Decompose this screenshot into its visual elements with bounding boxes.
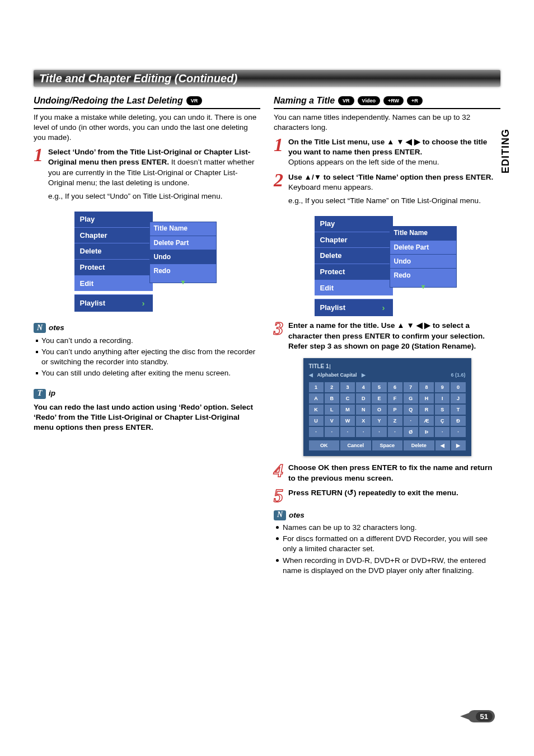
kbd-key[interactable]: 8 xyxy=(419,382,434,392)
kbd-key[interactable]: 4 xyxy=(356,382,371,392)
kbd-key[interactable]: 7 xyxy=(404,382,418,392)
kbd-key[interactable]: B xyxy=(325,393,339,403)
kbd-key[interactable]: Y xyxy=(372,416,386,426)
kbd-key[interactable]: X xyxy=(356,416,371,426)
kbd-space[interactable]: Space xyxy=(372,440,403,450)
menu-item-play[interactable]: Play xyxy=(315,216,393,232)
left-subheading-row: Undoing/Redoing the Last Deleting VR xyxy=(34,95,260,109)
submenu-title-name[interactable]: Title Name xyxy=(390,226,457,240)
kbd-key[interactable]: · xyxy=(451,427,465,437)
menu-item-chapter[interactable]: Chapter xyxy=(315,232,393,248)
submenu-delete-part[interactable]: Delete Part xyxy=(149,236,217,250)
step-number-1: 1 xyxy=(274,138,286,168)
kbd-key[interactable]: 1 xyxy=(309,382,324,392)
menu-item-protect[interactable]: Protect xyxy=(74,259,153,275)
submenu-delete-part[interactable]: Delete Part xyxy=(390,240,457,254)
kbd-key[interactable]: Æ xyxy=(419,416,434,426)
kbd-key[interactable]: P xyxy=(388,405,402,415)
keyboard-title-field[interactable]: TITLE 1 xyxy=(309,363,466,370)
submenu-undo[interactable]: Undo xyxy=(149,250,217,264)
kbd-key[interactable]: Z xyxy=(388,416,402,426)
kbd-key[interactable]: · xyxy=(309,427,324,437)
right-notes-label: otes xyxy=(289,510,305,520)
submenu-redo[interactable]: Redo xyxy=(390,268,457,282)
kbd-key[interactable]: · xyxy=(340,427,355,437)
kbd-key[interactable]: G xyxy=(404,393,418,403)
menu-item-play[interactable]: Play xyxy=(74,212,153,227)
kbd-key[interactable]: 6 xyxy=(388,382,402,392)
kbd-key[interactable]: 3 xyxy=(340,382,355,392)
kbd-key[interactable]: Ð xyxy=(451,416,465,426)
menu-item-playlist[interactable]: Playlist › xyxy=(74,294,153,312)
kbd-key[interactable]: · xyxy=(404,416,418,426)
notes-icon: N xyxy=(274,510,286,520)
kbd-left-icon[interactable]: ◀ xyxy=(309,372,313,378)
right-submenu: Title Name Delete Part Undo Redo ▾ xyxy=(390,226,457,288)
kbd-right-icon[interactable]: ▶ xyxy=(362,372,366,378)
kbd-key[interactable]: 5 xyxy=(372,382,386,392)
kbd-key[interactable]: 9 xyxy=(435,382,449,392)
kbd-key[interactable]: D xyxy=(356,393,371,403)
left-subheading: Undoing/Redoing the Last Deleting xyxy=(34,95,183,107)
menu-item-protect[interactable]: Protect xyxy=(315,264,393,280)
submenu-undo[interactable]: Undo xyxy=(390,254,457,268)
kbd-key[interactable]: C xyxy=(340,393,355,403)
kbd-key[interactable]: J xyxy=(451,393,465,403)
right-subheading: Naming a Title xyxy=(274,95,335,107)
right-step2-bold: Use ▲/▼ to select ‘Title Name’ option th… xyxy=(288,173,493,181)
page-number-badge: 51 xyxy=(468,710,495,722)
submenu-title-name[interactable]: Title Name xyxy=(149,222,217,235)
kbd-key[interactable]: Ç xyxy=(435,416,449,426)
kbd-cancel[interactable]: Cancel xyxy=(340,440,371,450)
kbd-key[interactable]: E xyxy=(372,393,386,403)
menu-item-delete[interactable]: Delete xyxy=(315,247,393,264)
kbd-key[interactable]: M xyxy=(340,405,355,415)
right-step-4: 4 Choose OK then press ENTER to fix the … xyxy=(274,463,500,483)
kbd-key[interactable]: L xyxy=(325,405,339,415)
kbd-key[interactable]: S xyxy=(435,405,449,415)
kbd-key[interactable]: O xyxy=(372,405,386,415)
kbd-ok[interactable]: OK xyxy=(309,440,340,450)
kbd-key[interactable]: A xyxy=(309,393,324,403)
kbd-key[interactable]: 0 xyxy=(451,382,465,392)
page-number: 51 xyxy=(476,712,493,721)
kbd-key[interactable]: I xyxy=(435,393,449,403)
kbd-key[interactable]: R xyxy=(419,405,434,415)
kbd-key[interactable]: V xyxy=(325,416,339,426)
left-tip-label: ip xyxy=(49,388,55,398)
menu-item-playlist[interactable]: Playlist › xyxy=(315,299,393,316)
menu-item-edit[interactable]: Edit xyxy=(315,280,393,296)
keyboard-panel: TITLE 1 ◀ Alphabet Capital ▶ 6 (1.6) 123… xyxy=(303,358,471,456)
side-tab-editing: EDITING xyxy=(500,129,512,173)
kbd-key[interactable]: T xyxy=(451,405,465,415)
kbd-right[interactable]: ▶ xyxy=(451,440,466,450)
submenu-pointer-icon: ▾ xyxy=(390,282,457,288)
kbd-key[interactable]: F xyxy=(388,393,402,403)
kbd-key[interactable]: Þ xyxy=(419,427,434,437)
kbd-left[interactable]: ◀ xyxy=(435,440,450,450)
kbd-key[interactable]: U xyxy=(309,416,324,426)
chevron-right-icon: › xyxy=(142,298,145,309)
menu-item-delete[interactable]: Delete xyxy=(74,243,153,259)
left-tip-heading: T ip xyxy=(34,388,55,398)
kbd-key[interactable]: Q xyxy=(404,405,418,415)
kbd-key[interactable]: · xyxy=(435,427,449,437)
kbd-key[interactable]: W xyxy=(340,416,355,426)
kbd-key[interactable]: · xyxy=(356,427,371,437)
kbd-key[interactable]: 2 xyxy=(325,382,339,392)
submenu-redo[interactable]: Redo xyxy=(149,264,217,278)
step-number-5: 5 xyxy=(274,489,286,503)
kbd-key[interactable]: · xyxy=(372,427,386,437)
kbd-key[interactable]: N xyxy=(356,405,371,415)
kbd-key[interactable]: · xyxy=(388,427,402,437)
step-number-1: 1 xyxy=(34,148,46,205)
menu-item-edit[interactable]: Edit xyxy=(74,275,153,292)
menu-item-chapter[interactable]: Chapter xyxy=(74,227,153,243)
kbd-delete[interactable]: Delete xyxy=(404,440,434,450)
kbd-key[interactable]: · xyxy=(325,427,339,437)
kbd-key[interactable]: H xyxy=(419,393,434,403)
submenu-pointer-icon: ▾ xyxy=(149,278,217,283)
kbd-key[interactable]: K xyxy=(309,405,324,415)
right-notes-list: Names can be up to 32 characters long. F… xyxy=(276,523,500,576)
kbd-key[interactable]: Ø xyxy=(404,427,418,437)
